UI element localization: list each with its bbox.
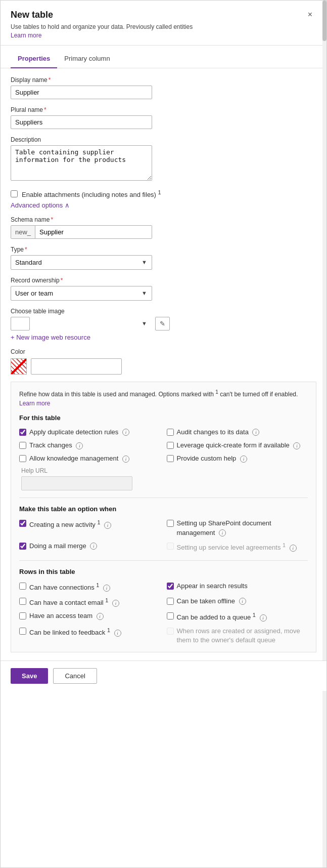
description-group: Description Table containing supplier in… xyxy=(11,136,316,182)
refine-learn-more-link[interactable]: Learn more xyxy=(19,400,50,407)
dialog-title: New table xyxy=(11,10,53,20)
enable-attachments-checkbox[interactable] xyxy=(11,190,18,197)
color-group: Color xyxy=(11,348,316,375)
schema-name-input[interactable] xyxy=(35,226,152,238)
save-button[interactable]: Save xyxy=(11,668,48,684)
description-input[interactable]: Table containing supplier information fo… xyxy=(11,145,152,181)
can-be-added-queue-label: Can be added to a queue 1 i xyxy=(177,611,267,623)
advanced-options-toggle[interactable]: Advanced options ∧ xyxy=(11,201,70,209)
leverage-quick-info-icon[interactable]: i xyxy=(293,442,300,449)
allow-knowledge-label: Allow knowledge management i xyxy=(29,454,129,463)
leverage-quick-label: Leverage quick-create form if available … xyxy=(177,441,301,450)
type-select[interactable]: Standard Activity Virtual xyxy=(11,255,152,270)
make-this-table-subsection: Make this table an option when Creating … xyxy=(19,498,308,553)
setup-sla-option: Setting up service level agreements 1 i xyxy=(167,541,308,554)
can-have-connections-checkbox[interactable] xyxy=(19,583,26,590)
can-be-added-queue-checkbox[interactable] xyxy=(167,612,174,619)
leverage-quick-checkbox[interactable] xyxy=(167,442,174,449)
audit-changes-label: Audit changes to its data i xyxy=(177,428,260,437)
close-button[interactable]: × xyxy=(304,9,316,21)
display-name-label: Display name* xyxy=(11,76,316,84)
audit-changes-info-icon[interactable]: i xyxy=(252,429,259,436)
creating-activity-option: Creating a new activity 1 i xyxy=(19,518,161,538)
track-changes-checkbox[interactable] xyxy=(19,442,26,449)
can-be-added-queue-option: Can be added to a queue 1 i xyxy=(167,610,308,624)
table-image-select[interactable] xyxy=(11,317,30,330)
record-ownership-select-wrapper: User or team Organization ▼ xyxy=(11,286,152,301)
make-this-table-heading: Make this table an option when xyxy=(19,505,308,513)
can-have-connections-label: Can have connections 1 i xyxy=(29,582,110,593)
color-input[interactable] xyxy=(31,358,122,375)
required-star-schema: * xyxy=(51,216,53,223)
setup-sharepoint-info-icon[interactable]: i xyxy=(219,529,226,536)
make-this-table-options: Creating a new activity 1 i Setting up S… xyxy=(19,518,308,553)
setup-sla-info-icon: i xyxy=(290,545,297,552)
type-group: Type* Standard Activity Virtual ▼ xyxy=(11,246,316,270)
creating-activity-checkbox[interactable] xyxy=(19,520,26,527)
can-be-taken-offline-checkbox[interactable] xyxy=(167,598,174,605)
can-be-linked-feedback-info-icon[interactable]: i xyxy=(114,630,121,637)
edit-image-button[interactable]: ✎ xyxy=(155,317,170,330)
track-changes-info-icon[interactable]: i xyxy=(76,442,83,449)
can-be-taken-offline-info-icon[interactable]: i xyxy=(239,598,246,605)
schema-name-label: Schema name* xyxy=(11,216,316,223)
can-be-linked-feedback-checkbox[interactable] xyxy=(19,628,26,635)
can-have-connections-option: Can have connections 1 i xyxy=(19,581,161,594)
apply-dup-checkbox[interactable] xyxy=(19,429,26,436)
doing-mail-merge-info-icon[interactable]: i xyxy=(90,543,97,550)
help-url-input[interactable] xyxy=(21,476,132,490)
allow-knowledge-option: Allow knowledge management i xyxy=(19,453,161,464)
leverage-quick-option: Leverage quick-create form if available … xyxy=(167,440,308,451)
setup-sharepoint-checkbox[interactable] xyxy=(167,520,174,527)
scrollbar-thumb[interactable] xyxy=(322,1,326,41)
color-swatch[interactable] xyxy=(11,358,27,375)
can-be-taken-offline-label: Can be taken offline i xyxy=(177,597,246,606)
can-have-contact-email-label: Can have a contact email 1 i xyxy=(29,597,119,608)
apply-dup-info-icon[interactable]: i xyxy=(122,429,129,436)
plural-name-label: Plural name* xyxy=(11,106,316,113)
display-name-input[interactable] xyxy=(11,86,152,99)
allow-knowledge-checkbox[interactable] xyxy=(19,455,26,462)
dialog-subtitle: Use tables to hold and organize your dat… xyxy=(11,23,316,40)
header-learn-more-link[interactable]: Learn more xyxy=(11,32,41,39)
plural-name-input[interactable] xyxy=(11,115,152,129)
doing-mail-merge-checkbox[interactable] xyxy=(19,543,26,550)
appear-in-search-checkbox[interactable] xyxy=(167,583,174,590)
required-star-type: * xyxy=(25,246,27,253)
can-have-contact-email-info-icon[interactable]: i xyxy=(112,600,119,607)
cancel-button[interactable]: Cancel xyxy=(53,668,97,684)
record-ownership-label: Record ownership* xyxy=(11,277,316,284)
tab-primary-column[interactable]: Primary column xyxy=(57,50,117,68)
can-have-contact-email-checkbox[interactable] xyxy=(19,598,26,605)
can-be-linked-feedback-option: Can be linked to feedback 1 i xyxy=(19,626,161,646)
required-star-plural: * xyxy=(44,106,46,113)
creating-activity-info-icon[interactable]: i xyxy=(104,522,111,529)
appear-in-search-option: Appear in search results xyxy=(167,581,308,594)
doing-mail-merge-label: Doing a mail merge i xyxy=(29,542,97,551)
setup-sla-checkbox xyxy=(167,543,174,550)
scrollbar-track[interactable] xyxy=(322,1,326,867)
provide-custom-help-label: Provide custom help i xyxy=(177,454,247,463)
can-be-linked-feedback-label: Can be linked to feedback 1 i xyxy=(29,627,121,638)
provide-custom-help-checkbox[interactable] xyxy=(167,455,174,462)
have-access-team-info-icon[interactable]: i xyxy=(97,613,104,620)
allow-knowledge-info-icon[interactable]: i xyxy=(122,456,129,463)
can-be-added-queue-info-icon[interactable]: i xyxy=(260,614,267,622)
apply-dup-label: Apply duplicate detection rules i xyxy=(29,428,129,437)
display-name-group: Display name* xyxy=(11,76,316,99)
provide-custom-help-info-icon[interactable]: i xyxy=(240,456,247,463)
setup-sharepoint-option: Setting up SharePoint document managemen… xyxy=(167,518,308,538)
refine-section: Refine how data in this table is used an… xyxy=(11,382,316,652)
table-image-select-wrapper: ▼ xyxy=(11,317,152,330)
can-have-connections-info-icon[interactable]: i xyxy=(103,585,110,592)
tab-properties[interactable]: Properties xyxy=(11,50,57,68)
help-url-label: Help URL xyxy=(21,467,308,474)
can-have-contact-email-option: Can have a contact email 1 i xyxy=(19,596,161,609)
record-ownership-select[interactable]: User or team Organization xyxy=(11,286,152,301)
have-access-team-label: Have an access team i xyxy=(29,611,104,621)
have-access-team-checkbox[interactable] xyxy=(19,612,26,619)
audit-changes-checkbox[interactable] xyxy=(167,429,174,436)
new-image-resource-button[interactable]: + New image web resource xyxy=(11,334,90,341)
can-be-taken-offline-option: Can be taken offline i xyxy=(167,596,308,609)
enable-attachments-row: Enable attachments (including notes and … xyxy=(11,189,316,198)
